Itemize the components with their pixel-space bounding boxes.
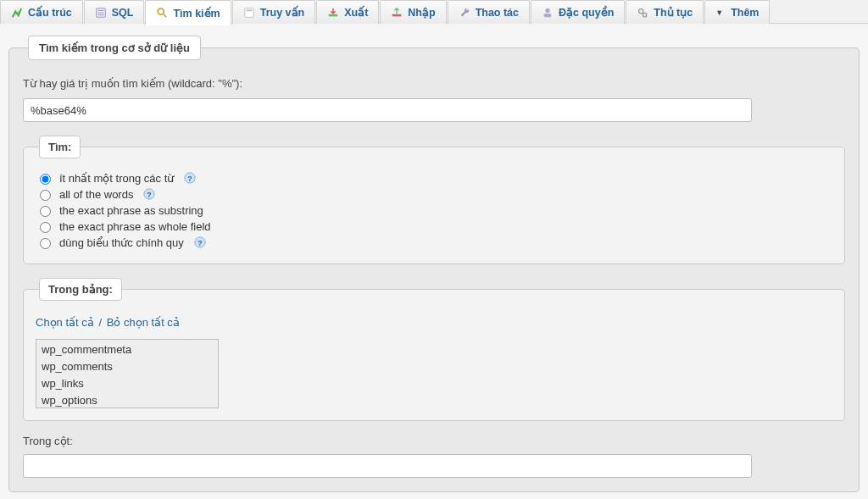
structure-icon — [11, 7, 23, 19]
find-radio-0[interactable] — [40, 174, 51, 185]
svg-rect-8 — [544, 13, 552, 16]
wrench-icon — [459, 7, 470, 19]
svg-text:?: ? — [188, 175, 192, 183]
find-option-4[interactable]: dùng biểu thức chính quy ? — [36, 236, 832, 249]
svg-text:?: ? — [147, 191, 152, 199]
tab-label: Truy vấn — [260, 6, 304, 19]
search-word-label: Từ hay giá trị muốn tìm kiếm (wildcard: … — [23, 77, 845, 90]
gears-icon — [637, 7, 648, 19]
search-icon — [156, 7, 168, 19]
tab-label: Thủ tục — [654, 6, 693, 19]
privileges-icon — [542, 7, 554, 19]
query-icon — [243, 7, 255, 19]
table-option[interactable]: wp_options — [36, 392, 218, 408]
svg-rect-3 — [244, 8, 253, 17]
tab-sql[interactable]: SQL — [84, 0, 145, 24]
svg-point-9 — [639, 8, 643, 13]
find-option-label: the exact phrase as substring — [59, 204, 203, 217]
find-option-label: dùng biểu thức chính quy — [59, 236, 184, 249]
svg-rect-5 — [329, 14, 338, 16]
tab-label: Đặc quyền — [559, 6, 614, 19]
tab-label: SQL — [112, 7, 134, 19]
find-option-0[interactable]: ít nhất một trong các từ ? — [36, 171, 832, 185]
page-content: Tìm kiếm trong cơ sở dữ liệu Từ hay giá … — [0, 24, 868, 499]
table-option[interactable]: wp_links — [36, 375, 218, 392]
top-tabs: Cấu trúc SQL Tìm kiếm Truy vấn Xuất Nhập — [0, 0, 868, 24]
tab-label: Thêm — [731, 7, 759, 19]
export-icon — [327, 7, 339, 19]
link-separator: / — [98, 316, 102, 329]
tab-export[interactable]: Xuất — [316, 0, 379, 24]
select-all-link[interactable]: Chọn tất cả — [36, 316, 94, 329]
column-input[interactable] — [23, 454, 752, 478]
find-radio-2[interactable] — [40, 206, 51, 217]
svg-point-7 — [545, 8, 549, 12]
import-icon — [391, 7, 403, 19]
tab-search[interactable]: Tìm kiếm — [145, 0, 231, 25]
help-icon[interactable]: ? — [194, 236, 206, 248]
tab-more[interactable]: ▼ Thêm — [704, 0, 770, 24]
tab-structure[interactable]: Cấu trúc — [0, 0, 83, 24]
tab-query[interactable]: Truy vấn — [232, 0, 315, 24]
tab-import[interactable]: Nhập — [380, 0, 446, 24]
find-option-label: ít nhất một trong các từ — [59, 172, 174, 185]
help-icon[interactable]: ? — [143, 188, 155, 200]
svg-rect-4 — [246, 9, 252, 11]
tab-operations[interactable]: Thao tác — [448, 0, 530, 24]
find-option-1[interactable]: all of the words ? — [36, 187, 832, 201]
find-fieldset: Tìm: ít nhất một trong các từ ? all of t… — [23, 136, 845, 264]
tab-label: Xuất — [344, 6, 368, 19]
tab-label: Cấu trúc — [28, 6, 72, 19]
find-option-3[interactable]: the exact phrase as whole field — [36, 219, 832, 233]
svg-line-2 — [164, 14, 167, 18]
svg-point-10 — [643, 13, 647, 16]
find-option-2[interactable]: the exact phrase as substring — [36, 203, 832, 217]
sql-icon — [95, 7, 107, 19]
search-word-input[interactable] — [23, 98, 752, 122]
svg-point-1 — [159, 8, 164, 14]
table-option[interactable]: wp_comments — [36, 358, 218, 375]
tables-fieldset: Trong bảng: Chọn tất cả / Bỏ chọn tất cả… — [23, 278, 845, 421]
find-legend: Tìm: — [39, 136, 81, 158]
column-label: Trong cột: — [23, 435, 845, 447]
svg-rect-6 — [392, 14, 402, 16]
tab-label: Tìm kiếm — [173, 7, 220, 19]
tab-label: Thao tác — [476, 7, 519, 19]
help-icon[interactable]: ? — [184, 172, 196, 184]
find-radio-4[interactable] — [40, 238, 51, 249]
find-option-label: all of the words — [59, 188, 133, 201]
chevron-down-icon: ▼ — [715, 8, 723, 17]
tab-label: Nhập — [408, 6, 435, 19]
tab-routines[interactable]: Thủ tục — [626, 0, 704, 24]
select-links: Chọn tất cả / Bỏ chọn tất cả — [36, 316, 832, 329]
db-search-legend: Tìm kiếm trong cơ sở dữ liệu — [28, 36, 201, 60]
tables-legend: Trong bảng: — [39, 278, 122, 301]
svg-text:?: ? — [198, 239, 202, 247]
unselect-all-link[interactable]: Bỏ chọn tất cả — [107, 316, 180, 329]
find-radio-1[interactable] — [40, 190, 51, 201]
table-option[interactable]: wp_commentmeta — [36, 341, 218, 358]
find-option-label: the exact phrase as whole field — [59, 220, 211, 233]
tab-privileges[interactable]: Đặc quyền — [531, 0, 625, 24]
find-radio-3[interactable] — [40, 222, 51, 233]
tables-multiselect[interactable]: wp_commentmeta wp_comments wp_links wp_o… — [36, 339, 219, 408]
db-search-panel: Tìm kiếm trong cơ sở dữ liệu Từ hay giá … — [8, 36, 860, 492]
